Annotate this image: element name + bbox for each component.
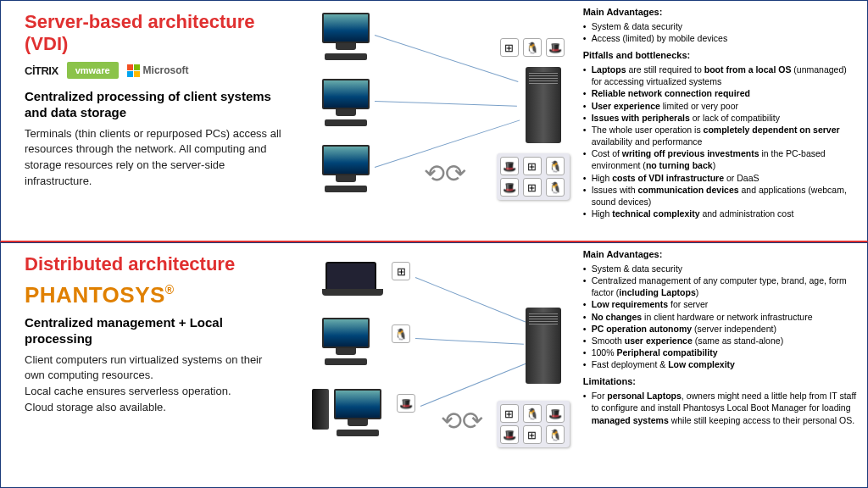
linux-icon: 🐧 [392,324,410,343]
vdi-subtitle: Centralized processing of client systems… [25,89,285,121]
vdi-diagram: ⊞ 🐧 🎩 ⟲⟳ 🎩⊞🐧 🎩⊞🐧 [297,1,576,241]
list-item: No changes in client hardware or network… [583,311,859,323]
dist-left: Distributed architecture PHANTOSYS® Cent… [1,243,297,487]
desktop-pc-icon [334,389,381,436]
vdi-pitfalls-heading: Pitfalls and bottlenecks: [583,49,859,62]
list-item: Access (limited) by mobile devices [583,32,859,44]
server-icon [526,67,561,143]
terminal-pc-icon [322,13,370,60]
list-item: Issues with communication devices and ap… [583,184,859,208]
vdi-advantages-list: System & data securityAccess (limited) b… [583,20,859,44]
redhat-icon: 🎩 [546,38,565,57]
citrix-logo: CİTRIX [25,64,58,77]
vmware-logo: vmware [67,62,119,79]
terminal-pc-icon [322,79,370,126]
sync-arrows-icon: ⟲⟳ [424,158,466,188]
list-item: 100% Peripheral compatibility [583,347,859,358]
vdi-left: Server-based architecture (VDI) CİTRIX v… [1,1,297,241]
list-item: User experience limited or very poor [583,100,859,112]
list-item: High technical complexity and administra… [583,208,859,219]
list-item: Cost of writing off previous investments… [583,147,859,171]
list-item: Laptops are still required to boot from … [583,64,859,87]
ms-squares-icon [127,64,140,77]
vdi-title: Server-based architecture (VDI) [25,11,285,55]
os-grid-icon: 🎩⊞🐧 🎩⊞🐧 [497,153,570,200]
vdi-pitfalls-list: Laptops are still required to boot from … [583,64,859,219]
list-item: Smooth user experience (same as stand-al… [583,335,859,347]
vdi-advantages-heading: Main Advantages: [583,6,859,19]
os-grid-icon: ⊞🐧🎩 🎩⊞🐧 [497,401,570,447]
server-icon [526,308,561,384]
terminal-pc-icon [322,145,370,192]
dist-right: Main Advantages: System & data securityC… [576,243,867,487]
laptop-icon [326,262,376,291]
list-item: High costs of VDI infrastructure or DaaS [583,172,859,184]
dist-limitations-heading: Limitations: [583,375,859,388]
desktop-pc-icon [322,318,370,365]
phantosys-logo: PHANTOSYS® [25,282,285,308]
list-item: The whole user operation is completely d… [583,124,859,147]
dist-diagram: ⊞ 🐧 🎩 ⟲⟳ ⊞🐧🎩 🎩⊞🐧 [297,243,576,487]
os-icons-row: ⊞ 🐧 🎩 [500,38,566,57]
dist-title: Distributed architecture [25,253,285,275]
list-item: System & data security [583,263,859,274]
vdi-description: Terminals (thin clients or repurposed PC… [25,126,285,190]
list-item: Issues with peripherals or lack of compa… [583,112,859,124]
dist-advantages-heading: Main Advantages: [583,248,859,261]
dist-advantages-list: System & data securityCentralized manage… [583,263,859,371]
vdi-panel: Server-based architecture (VDI) CİTRIX v… [0,0,868,242]
microsoft-logo: Microsoft [127,64,189,77]
dist-description: Client computers run virtualized systems… [25,352,285,416]
redhat-icon: 🎩 [397,394,415,413]
list-item: System & data security [583,20,859,32]
sync-arrows-icon: ⟲⟳ [441,406,483,435]
tower-pc-icon [312,389,329,430]
list-item: For personal Laptops, owners might need … [583,390,859,426]
windows-icon: ⊞ [392,262,410,280]
dist-limitations-list: For personal Laptops, owners might need … [583,390,859,426]
list-item: Fast deployment & Low complexity [583,358,859,370]
vdi-right: Main Advantages: System & data securityA… [576,1,867,241]
list-item: Reliable network connection required [583,87,859,99]
linux-icon: 🐧 [523,38,542,57]
vendor-row: CİTRIX vmware Microsoft [25,62,285,79]
windows-icon: ⊞ [500,38,519,57]
list-item: Low requirements for server [583,298,859,310]
dist-subtitle: Centralized management + Local processin… [25,315,285,347]
distributed-panel: Distributed architecture PHANTOSYS® Cent… [0,242,868,488]
list-item: PC operation autonomy (server independen… [583,323,859,335]
list-item: Centralized management of any computer t… [583,274,859,298]
